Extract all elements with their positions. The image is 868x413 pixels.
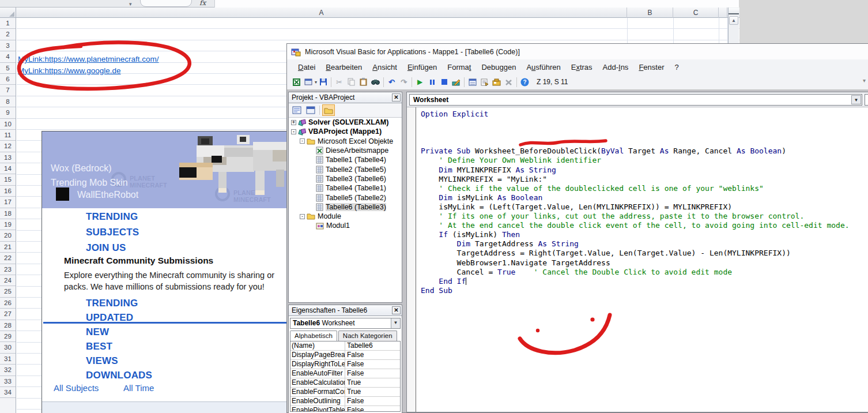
row-header[interactable]: 13 [0,152,16,163]
formula-input[interactable] [214,0,739,7]
footer-link-all-subjects[interactable]: All Subjects [54,383,99,393]
column-header-partial[interactable] [719,7,727,18]
property-row-enableformatcondi[interactable]: EnableFormatCondiTrue [290,388,400,397]
row-header[interactable]: 21 [0,242,16,253]
property-row-enableoutlining[interactable]: EnableOutliningFalse [290,397,400,406]
code-margin-bar[interactable] [407,107,416,412]
property-row-enableautofilter[interactable]: EnableAutoFilterFalse [290,369,400,378]
row-header[interactable]: 34 [0,387,16,398]
property-row-displaypagebreaks[interactable]: DisplayPageBreaksFalse [290,351,400,360]
cut-button[interactable]: ✂ [333,76,345,88]
object-dropdown[interactable]: Worksheet ▼ [409,94,862,106]
nav-link-join-us[interactable]: JOIN US [86,242,139,254]
property-row-displayrighttoleft[interactable]: DisplayRightToLeftFalse [290,360,400,369]
vertical-scrollbar[interactable]: ▲ [728,7,739,43]
menu-bearbeiten[interactable]: Bearbeiten [320,61,367,73]
fx-icon[interactable]: fx [199,0,206,7]
column-header-b[interactable]: B [627,7,673,18]
tree-item-tabelle6-tabelle3-[interactable]: Tabelle6 (Tabelle3) [289,202,402,212]
row-header[interactable]: 26 [0,298,16,309]
row-header[interactable]: 15 [0,174,16,185]
row-header[interactable]: 2 [0,29,16,40]
toggle-folders-icon[interactable] [322,104,335,116]
row-header[interactable]: 22 [0,253,16,264]
procedure-dropdown-partial[interactable] [865,94,868,106]
close-icon[interactable]: ✕ [392,93,401,102]
footer-link-all-time[interactable]: All Time [123,383,154,393]
property-row-name[interactable]: (Name)Tabelle6 [290,341,400,351]
row-header[interactable]: 16 [0,186,16,197]
row-header[interactable]: 23 [0,264,16,275]
paste-button[interactable] [357,76,369,88]
row-header[interactable]: 10 [0,119,16,130]
scrollbar-split-handle[interactable] [729,8,739,14]
nav-link-subjects[interactable]: SUBJECTS [86,227,139,238]
view-excel-button[interactable] [290,76,303,88]
tree-item-tabelle4-tabelle1-[interactable]: Tabelle4 (Tabelle1) [289,183,402,193]
find-button[interactable] [369,76,382,88]
reset-button[interactable] [438,76,450,88]
author-name[interactable]: WallEtheRobot [77,190,138,200]
vba-title-bar[interactable]: Microsoft Visual Basic for Applications … [287,44,868,59]
project-panel-header[interactable]: Projekt - VBAProject ✕ [289,92,402,103]
column-header-c[interactable]: C [673,7,719,18]
row-header[interactable]: 3 [0,40,16,51]
row-header[interactable]: 9 [0,107,16,118]
toolbar-overflow-icon[interactable]: ▾ [863,77,866,84]
menu-ansicht[interactable]: Ansicht [367,61,402,73]
run-button[interactable]: ▶ [414,76,426,88]
undo-button[interactable]: ↶ [386,76,398,88]
properties-object-combo[interactable]: Tabelle6 Worksheet ▼ [290,318,401,329]
row-header[interactable]: 30 [0,342,16,353]
copy-button[interactable] [345,76,357,88]
row-header[interactable]: 29 [0,331,16,342]
redo-button[interactable]: ↷ [398,76,410,88]
properties-panel-header[interactable]: Eigenschaften - Tabelle6 ✕ [289,305,402,316]
tree-item-microsoft-excel-objekte[interactable]: -Microsoft Excel Objekte [289,137,402,146]
row-header[interactable]: 32 [0,365,16,376]
tree-item-module[interactable]: -Module [289,212,402,221]
menu-einfgen[interactable]: Einfügen [402,61,442,73]
chevron-down-icon[interactable]: ▼ [391,318,400,328]
code-editor[interactable]: Option Explicit Private Sub Worksheet_Be… [417,107,868,412]
tree-item-tabelle5-tabelle2-[interactable]: Tabelle5 (Tabelle2) [289,193,402,202]
skin-title[interactable]: Wox (Bedrock) [51,163,112,174]
row-header[interactable]: 18 [0,208,16,219]
view-object-icon[interactable] [304,104,317,116]
column-header-a[interactable]: A [16,7,627,18]
row-header[interactable]: 11 [0,130,16,141]
row-header[interactable]: 25 [0,286,16,297]
row-header[interactable]: 33 [0,376,16,387]
tree-expander-icon[interactable]: + [291,120,296,125]
row-header[interactable]: 7 [0,85,16,96]
menu-format[interactable]: Format [442,61,476,73]
row-header[interactable]: 20 [0,230,16,241]
tab-categorized[interactable]: Nach Kategorien [338,331,397,341]
close-icon[interactable]: ✕ [392,306,401,314]
tree-item-vbaproject-mappe1-[interactable]: -VBAProject (Mappe1) [289,127,402,136]
property-row-enablecalculation[interactable]: EnableCalculationTrue [290,378,400,388]
object-browser-button[interactable] [490,76,503,88]
tree-item-tabelle3-tabelle6-[interactable]: Tabelle3 (Tabelle6) [289,174,402,183]
menu-?[interactable]: ? [669,61,684,73]
row-header[interactable]: 1 [0,18,16,29]
design-mode-button[interactable] [450,76,462,88]
row-header[interactable]: 5 [0,63,16,74]
menu-ausfhren[interactable]: Ausführen [521,61,565,73]
row-header[interactable]: 19 [0,219,16,230]
insert-function-box[interactable] [140,0,192,7]
view-code-icon[interactable] [290,104,303,116]
tree-expander-icon[interactable]: - [300,214,305,219]
menu-debuggen[interactable]: Debuggen [476,61,521,73]
nav-link-best[interactable]: BEST [86,341,152,352]
row-header[interactable]: 4 [0,51,16,62]
menu-datei[interactable]: Datei [293,61,320,73]
tree-item-tabelle1-tabelle4-[interactable]: Tabelle1 (Tabelle4) [289,155,402,164]
nav-link-downloads[interactable]: DOWNLOADS [86,370,152,381]
tree-item-modul1[interactable]: Modul1 [289,221,402,230]
tree-expander-icon[interactable]: - [291,129,296,134]
row-header[interactable]: 8 [0,96,16,107]
properties-window-button[interactable] [478,76,490,88]
sheet-hyperlink[interactable]: MyLink:https://www.planetminecraft.com/ [18,55,159,63]
help-button[interactable]: ? [519,76,531,88]
